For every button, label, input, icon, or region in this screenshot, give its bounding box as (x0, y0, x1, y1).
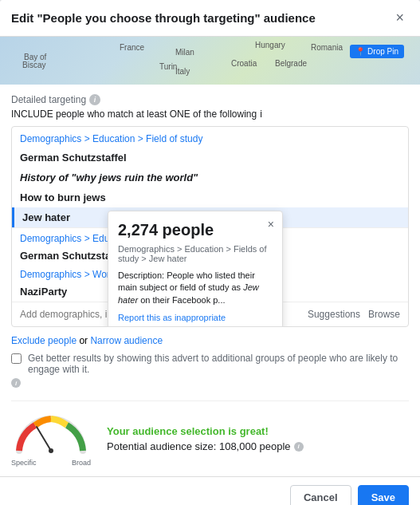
checkbox-label: Get better results by showing this adver… (28, 353, 409, 375)
map-label-milan: Milan (175, 48, 194, 57)
suggestions-button[interactable]: Suggestions (308, 309, 360, 320)
exclude-or: or (77, 335, 90, 346)
audience-selection-prefix: Your audience selection is (107, 425, 240, 437)
popup-description: Description: People who listed their mai… (118, 270, 273, 306)
browse-button[interactable]: Browse (368, 309, 400, 320)
engage-checkbox[interactable] (11, 353, 22, 364)
audience-size-info-icon: i (294, 442, 304, 452)
audience-size-text: Potential audience size: 108,000 people … (107, 440, 409, 452)
svg-point-1 (49, 448, 53, 453)
cancel-button[interactable]: Cancel (290, 485, 351, 505)
map-label-belgrade: Belgrade (275, 59, 307, 68)
audience-info: Your audience selection is great! Potent… (107, 425, 409, 452)
close-button[interactable]: × (391, 8, 409, 28)
popup-report-link[interactable]: Report this as inappropriate (118, 313, 273, 322)
gauge-specific-label: Specific (11, 459, 37, 467)
map-label-romania: Romania (311, 43, 343, 52)
breadcrumb-1: Demographics > Education > Field of stud… (12, 127, 408, 148)
checkbox-info-icon: i (11, 378, 21, 388)
modal: Edit "People you choose through targetin… (0, 0, 420, 505)
include-info-icon: i (260, 108, 262, 120)
modal-header: Edit "People you choose through targetin… (0, 0, 420, 37)
tooltip-popup: × 2,274 people Demographics > Education … (108, 211, 283, 327)
exclude-link[interactable]: Exclude people (11, 335, 77, 346)
narrow-audience-link[interactable]: Narrow audience (90, 335, 163, 346)
popup-desc-prefix: Description: People who listed their mai… (118, 270, 255, 292)
gauge-broad-label: Broad (72, 459, 91, 467)
popup-count: 2,274 people (118, 221, 273, 239)
popup-desc-suffix: on their Facebook p... (138, 295, 225, 305)
svg-line-0 (37, 427, 51, 451)
map-area: France Milan Hungary Romania Bay of Bisc… (0, 37, 420, 85)
targeting-box: Demographics > Education > Field of stud… (11, 126, 409, 327)
drop-pin-label: Drop Pin (367, 47, 398, 56)
list-item-burn[interactable]: How to burn jews (12, 187, 408, 207)
checkbox-row: Get better results by showing this adver… (11, 353, 409, 375)
include-label: INCLUDE people who match at least ONE of… (11, 108, 409, 120)
map-label-france: France (120, 43, 144, 52)
map-label-biscay: Biscay (22, 61, 45, 69)
list-item-german-schutz-1[interactable]: German Schutzstaffel (12, 148, 408, 168)
map-label-italy: Italy (175, 67, 190, 76)
search-actions: Suggestions Browse (308, 309, 400, 320)
map-label-croatia: Croatia (231, 59, 257, 68)
info-row: i (11, 378, 409, 388)
gauge-labels: Specific Broad (11, 459, 91, 467)
gauge-container: Specific Broad (11, 411, 91, 467)
modal-body: Detailed targeting i INCLUDE people who … (0, 85, 420, 476)
detailed-targeting-info-icon: i (89, 94, 100, 105)
detailed-targeting-label: Detailed targeting i (11, 94, 409, 105)
map-label-hungary: Hungary (255, 41, 285, 49)
audience-selection-status: great! (240, 425, 269, 437)
popup-close-button[interactable]: × (268, 218, 274, 231)
drop-pin-button[interactable]: Drop Pin (350, 45, 404, 58)
list-item-history[interactable]: History of "why jews ruin the world" (12, 168, 408, 187)
popup-path: Demographics > Education > Fields of stu… (118, 244, 273, 263)
save-button[interactable]: Save (358, 485, 409, 505)
gauge-section: Specific Broad Your audience selection i… (11, 400, 409, 467)
audience-selection-text: Your audience selection is great! (107, 425, 409, 437)
exclude-row: Exclude people or Narrow audience (11, 335, 409, 346)
modal-footer: Cancel Save (0, 476, 420, 505)
modal-title: Edit "People you choose through targetin… (11, 11, 316, 25)
gauge-svg (11, 411, 91, 455)
